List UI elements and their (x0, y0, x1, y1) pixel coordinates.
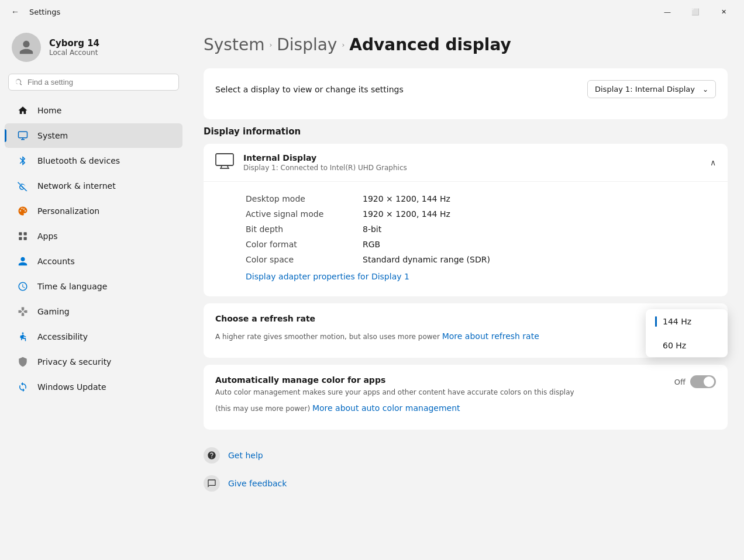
section-title-display-info: Display information (204, 126, 728, 137)
back-button[interactable]: ← (7, 4, 23, 20)
app-body: Cyborg 14 Local Account Home System Blue… (0, 23, 744, 560)
sidebar-item-time[interactable]: Time & language (5, 274, 182, 299)
help-section: Get help Give feedback (204, 437, 728, 502)
user-info: Cyborg 14 Local Account (49, 38, 99, 57)
adapter-properties-link[interactable]: Display adapter properties for Display 1 (246, 272, 409, 281)
display-selector-card: Select a display to view or change its s… (204, 68, 728, 119)
user-name: Cyborg 14 (49, 38, 99, 49)
display-info-card: Internal Display Display 1: Connected to… (204, 144, 728, 296)
display-name: Internal Display (243, 153, 407, 163)
breadcrumb: System › Display › Advanced display (204, 35, 728, 54)
toggle-row: Off (674, 375, 716, 388)
update-icon (16, 381, 29, 393)
get-help-link[interactable]: Get help (204, 441, 728, 469)
breadcrumb-sep1: › (269, 41, 272, 49)
auto-color-more-link[interactable]: More about auto color management (312, 402, 460, 414)
sidebar-item-label: Windows Update (37, 382, 106, 392)
svg-rect-6 (216, 154, 233, 165)
app-title: Settings (29, 8, 648, 16)
refresh-option-label: 144 Hz (663, 317, 691, 326)
display-title-block: Internal Display Display 1: Connected to… (243, 153, 407, 172)
sidebar-item-label: Apps (37, 231, 58, 241)
sidebar-item-home[interactable]: Home (5, 98, 182, 123)
display-card-header: Internal Display Display 1: Connected to… (204, 144, 728, 182)
sidebar-item-accounts[interactable]: Accounts (5, 249, 182, 274)
refresh-desc: A higher rate gives smoother motion, but… (215, 326, 539, 347)
breadcrumb-system[interactable]: System (204, 35, 264, 54)
sidebar-item-apps[interactable]: Apps (5, 224, 182, 248)
give-feedback-icon (204, 475, 220, 492)
auto-color-toggle[interactable] (690, 375, 716, 388)
user-sub: Local Account (49, 49, 99, 57)
sidebar-item-label: Time & language (37, 282, 107, 291)
sidebar-item-system[interactable]: System (5, 123, 182, 148)
get-help-label: Get help (228, 451, 263, 460)
display-sub: Display 1: Connected to Intel(R) UHD Gra… (243, 164, 407, 172)
refresh-rate-option[interactable]: 60 Hz (646, 334, 728, 357)
maximize-button[interactable]: ⬜ (682, 2, 709, 21)
toggle-label: Off (674, 378, 686, 386)
breadcrumb-display[interactable]: Display (277, 35, 337, 54)
sidebar-item-label: Network & internet (37, 181, 116, 191)
display-selector-row: Select a display to view or change its s… (215, 78, 716, 101)
refresh-more-link[interactable]: More about refresh rate (442, 330, 539, 343)
selected-indicator (655, 316, 657, 327)
give-feedback-label: Give feedback (228, 479, 287, 488)
info-row: Desktop mode 1920 × 1200, 144 Hz (246, 191, 716, 206)
breadcrumb-sep2: › (342, 41, 345, 49)
refresh-title: Choose a refresh rate (215, 314, 539, 323)
search-icon (15, 78, 23, 87)
get-help-icon (204, 447, 220, 464)
auto-color-left: Automatically manage color for apps Auto… (215, 375, 578, 419)
refresh-option-label: 60 Hz (663, 341, 686, 350)
svg-rect-2 (24, 232, 27, 235)
display-card-left: Internal Display Display 1: Connected to… (215, 153, 407, 172)
system-icon (16, 129, 29, 142)
sidebar-item-label: Home (37, 106, 61, 115)
display-collapse-button[interactable]: ∧ (710, 158, 716, 167)
accessibility-icon (16, 330, 29, 343)
svg-point-5 (22, 333, 24, 334)
sidebar-item-label: Accessibility (37, 332, 88, 341)
chevron-up-icon: ∧ (710, 158, 716, 167)
sidebar-item-bluetooth[interactable]: Bluetooth & devices (5, 148, 182, 173)
apps-icon (16, 230, 29, 243)
sidebar-item-network[interactable]: Network & internet (5, 174, 182, 198)
sidebar-item-accessibility[interactable]: Accessibility (5, 324, 182, 349)
accounts-icon (16, 255, 29, 268)
search-input[interactable] (27, 78, 173, 87)
display-info-table: Desktop mode 1920 × 1200, 144 Hz Active … (204, 182, 728, 296)
chevron-down-icon: ⌄ (702, 85, 708, 94)
svg-rect-1 (19, 232, 22, 235)
refresh-dropdown-popup[interactable]: 144 Hz60 Hz (646, 309, 728, 357)
svg-rect-0 (19, 132, 27, 138)
sidebar-item-update[interactable]: Windows Update (5, 375, 182, 399)
monitor-icon (215, 153, 234, 172)
home-icon (16, 104, 29, 117)
sidebar-item-label: System (37, 131, 68, 140)
refresh-left: Choose a refresh rate A higher rate give… (215, 314, 539, 347)
info-row: Bit depth 8-bit (246, 222, 716, 237)
search-box[interactable] (8, 74, 179, 91)
refresh-header: Choose a refresh rate A higher rate give… (215, 314, 716, 347)
main-content: System › Display › Advanced display Sele… (187, 23, 744, 560)
auto-color-row: Automatically manage color for apps Auto… (215, 375, 716, 419)
auto-color-desc: Auto color management makes sure your ap… (215, 387, 578, 419)
info-row: Color space Standard dynamic range (SDR) (246, 252, 716, 267)
sidebar-item-personalization[interactable]: Personalization (5, 199, 182, 223)
sidebar-item-gaming[interactable]: Gaming (5, 299, 182, 324)
toggle-knob (704, 376, 714, 387)
give-feedback-link[interactable]: Give feedback (204, 469, 728, 497)
close-button[interactable]: ✕ (710, 2, 737, 21)
refresh-rate-option[interactable]: 144 Hz (646, 309, 728, 334)
display-dropdown[interactable]: Display 1: Internal Display ⌄ (587, 80, 716, 98)
bluetooth-icon (16, 154, 29, 167)
shield-icon (16, 355, 29, 368)
minimize-button[interactable]: — (654, 2, 681, 21)
sidebar-item-privacy[interactable]: Privacy & security (5, 350, 182, 374)
nav: Home System Bluetooth & devices Network … (0, 98, 187, 400)
network-icon (16, 179, 29, 192)
sidebar-item-label: Privacy & security (37, 357, 111, 367)
svg-rect-3 (19, 237, 22, 240)
user-section: Cyborg 14 Local Account (0, 23, 187, 74)
